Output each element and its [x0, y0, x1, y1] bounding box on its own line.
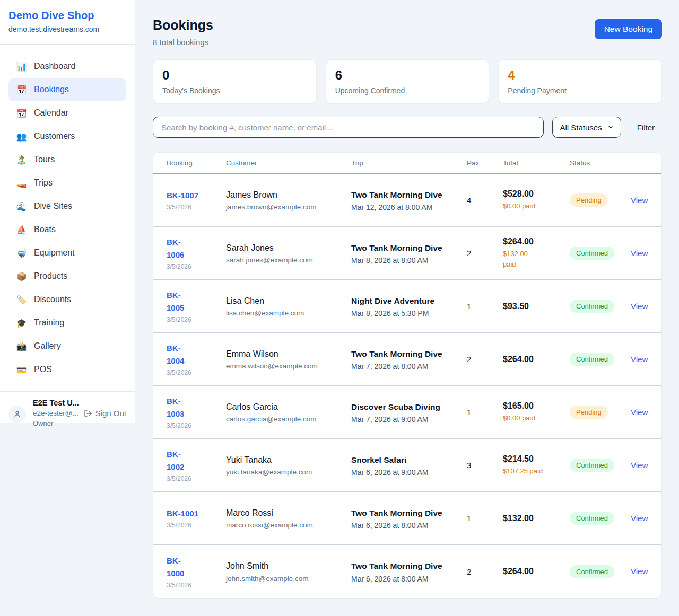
- total-amount: $264.00: [503, 567, 565, 576]
- trip-name: Night Dive Adventure: [351, 295, 442, 307]
- sidebar-item-customers[interactable]: 👥 Customers: [8, 125, 126, 148]
- sidebar-item-dashboard[interactable]: 📊 Dashboard: [8, 55, 126, 78]
- trip-name: Two Tank Morning Dive: [351, 189, 442, 201]
- total-amount: $214.50: [503, 454, 565, 464]
- stat-cards: 0 Today's Bookings 6 Upcoming Confirmed …: [153, 59, 662, 104]
- sidebar-item-pos[interactable]: 💳 POS: [8, 358, 126, 381]
- status-badge: Confirmed: [570, 512, 614, 525]
- status-badge: Pending: [570, 193, 608, 207]
- calendar-icon: 📆: [16, 108, 27, 118]
- view-link[interactable]: View: [631, 514, 648, 523]
- customer-email: marco.rossi@example.com: [226, 521, 347, 529]
- stat-card-upcoming-confirmed: 6 Upcoming Confirmed: [326, 59, 490, 104]
- sidebar-item-gallery[interactable]: 📸 Gallery: [8, 335, 126, 358]
- sidebar-item-label: Products: [34, 271, 67, 281]
- status-filter-select[interactable]: All Statuses: [552, 117, 621, 138]
- total-amount: $264.00: [503, 237, 565, 247]
- sidebar-item-dive-sites[interactable]: 🌊 Dive Sites: [8, 195, 126, 218]
- col-header-trip: Trip: [351, 159, 467, 167]
- customer-name: Carlos Garcia: [226, 401, 347, 413]
- col-header-pax: Pax: [467, 159, 503, 167]
- sidebar-item-label: Bookings: [34, 85, 69, 94]
- user-name: E2E Test U...: [33, 399, 126, 407]
- wave-icon: 🌊: [16, 201, 27, 212]
- sidebar-item-label: POS: [34, 365, 52, 374]
- status-badge: Confirmed: [570, 353, 614, 366]
- table-row: BK-1007 3/5/2026 James Brown james.brown…: [153, 174, 661, 227]
- customer-name: James Brown: [226, 189, 347, 201]
- sidebar-item-products[interactable]: 📦 Products: [8, 265, 126, 288]
- booking-id-link[interactable]: BK-1004: [167, 342, 192, 367]
- customer-name: Sarah Jones: [226, 242, 347, 254]
- customer-email: james.brown@example.com: [226, 203, 347, 211]
- trip-datetime: Mar 8, 2026 at 5:30 PM: [351, 309, 463, 318]
- customer-email: yuki.tanaka@example.com: [226, 468, 347, 476]
- stat-value: 4: [508, 68, 652, 83]
- paid-amount: $132.00 paid: [503, 249, 534, 269]
- trip-name: Two Tank Morning Dive: [351, 242, 442, 254]
- sidebar-nav: 📊 Dashboard 📅 Bookings 📆 Calendar 👥 Cust…: [0, 45, 135, 391]
- sidebar-item-trips[interactable]: 🚤 Trips: [8, 171, 126, 195]
- booking-date: 3/5/2026: [167, 369, 222, 376]
- graduation-cap-icon: 🎓: [16, 318, 27, 328]
- sign-out-button[interactable]: Sign Out: [84, 409, 126, 418]
- stat-card-todays-bookings: 0 Today's Bookings: [153, 59, 317, 104]
- total-amount: $165.00: [503, 401, 565, 411]
- sidebar-item-training[interactable]: 🎓 Training: [8, 311, 126, 335]
- trip-datetime: Mar 7, 2026 at 9:00 AM: [351, 415, 463, 424]
- credit-card-icon: 💳: [16, 365, 27, 375]
- sidebar-item-boats[interactable]: ⛵ Boats: [8, 218, 126, 241]
- logout-icon: [84, 409, 92, 418]
- sidebar-item-tours[interactable]: 🏝️ Tours: [8, 148, 126, 171]
- view-link[interactable]: View: [631, 249, 648, 258]
- table-row: BK-1001 3/5/2026 Marco Rossi marco.rossi…: [153, 492, 661, 545]
- booking-id-link[interactable]: BK-1003: [167, 395, 192, 420]
- col-header-customer: Customer: [226, 159, 351, 167]
- view-link[interactable]: View: [631, 408, 648, 417]
- table-row: BK-1004 3/5/2026 Emma Wilson emma.wilson…: [153, 333, 661, 386]
- filter-button[interactable]: Filter: [630, 123, 662, 132]
- booking-date: 3/5/2026: [167, 316, 222, 323]
- trip-datetime: Mar 6, 2026 at 8:00 AM: [351, 575, 463, 583]
- view-link[interactable]: View: [631, 302, 648, 311]
- booking-id-link[interactable]: BK-1007: [167, 189, 222, 202]
- view-link[interactable]: View: [631, 567, 648, 576]
- booking-id-link[interactable]: BK-1006: [167, 236, 192, 261]
- trip-name: Two Tank Morning Dive: [351, 507, 442, 520]
- stat-card-pending-payment: 4 Pending Payment: [498, 59, 662, 104]
- trips-boat-icon: 🚤: [16, 178, 27, 188]
- pax-count: 1: [467, 302, 503, 311]
- bookings-calendar-icon: 📅: [16, 85, 27, 95]
- customer-name: Lisa Chen: [226, 295, 347, 307]
- package-icon: 📦: [16, 271, 27, 281]
- booking-id-link[interactable]: BK-1002: [167, 448, 192, 473]
- view-link[interactable]: View: [631, 461, 648, 470]
- pax-count: 2: [467, 249, 503, 258]
- booking-date: 3/5/2026: [167, 422, 222, 429]
- customer-email: sarah.jones@example.com: [226, 256, 347, 264]
- sailboat-icon: ⛵: [16, 225, 27, 235]
- new-booking-button[interactable]: New Booking: [595, 19, 662, 39]
- sidebar-item-discounts[interactable]: 🏷️ Discounts: [8, 288, 126, 311]
- booking-id-link[interactable]: BK-1005: [167, 289, 192, 314]
- user-email: e2e-tester@...: [33, 409, 79, 417]
- booking-id-link[interactable]: BK-1001: [167, 507, 222, 520]
- booking-id-link[interactable]: BK-1000: [167, 555, 192, 580]
- booking-date: 3/5/2026: [167, 263, 222, 270]
- stat-value: 6: [335, 68, 480, 83]
- status-badge: Confirmed: [570, 459, 614, 472]
- sign-out-label: Sign Out: [95, 409, 126, 418]
- view-link[interactable]: View: [631, 355, 648, 364]
- status-badge: Pending: [570, 406, 608, 419]
- pax-count: 4: [467, 196, 503, 205]
- sidebar-item-bookings[interactable]: 📅 Bookings: [8, 78, 126, 101]
- trip-name: Discover Scuba Diving: [351, 401, 442, 413]
- booking-date: 3/5/2026: [167, 522, 222, 529]
- search-input[interactable]: [153, 117, 544, 138]
- view-link[interactable]: View: [631, 196, 648, 205]
- shop-name: Demo Dive Shop: [8, 10, 126, 22]
- person-icon: [13, 410, 22, 419]
- sidebar-item-equipment[interactable]: 🤿 Equipment: [8, 241, 126, 265]
- sidebar-item-calendar[interactable]: 📆 Calendar: [8, 101, 126, 125]
- sidebar-item-label: Gallery: [34, 341, 61, 351]
